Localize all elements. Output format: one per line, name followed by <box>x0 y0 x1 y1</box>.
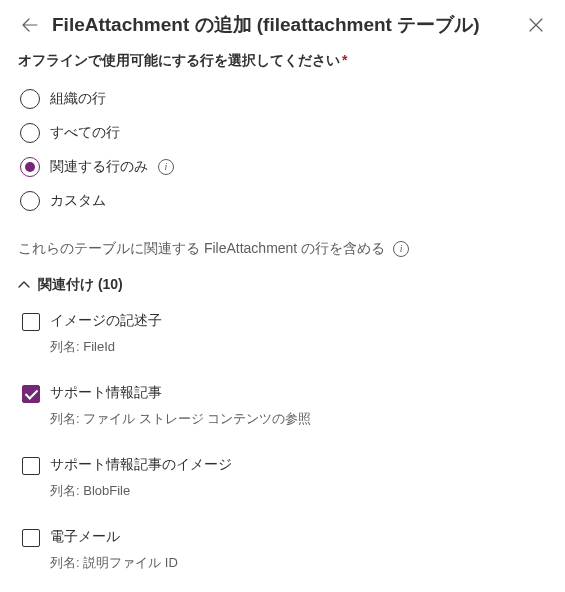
list-item: 電子メール 列名: 説明ファイル ID <box>22 528 547 572</box>
radio-related-rows[interactable]: 関連する行のみ i <box>20 150 547 184</box>
panel-title: FileAttachment の追加 (fileattachment テーブル) <box>52 12 515 38</box>
info-icon[interactable]: i <box>158 159 174 175</box>
radio-icon <box>20 89 40 109</box>
checkbox[interactable] <box>22 457 40 475</box>
relationships-list: イメージの記述子 列名: FileId サポート情報記事 列名: ファイル スト… <box>22 312 547 572</box>
radio-icon <box>20 123 40 143</box>
radio-label: 組織の行 <box>50 90 106 108</box>
list-item-column: 列名: ファイル ストレージ コンテンツの参照 <box>50 410 311 428</box>
list-item: サポート情報記事 列名: ファイル ストレージ コンテンツの参照 <box>22 384 547 428</box>
checkbox[interactable] <box>22 529 40 547</box>
list-item-column: 列名: FileId <box>50 338 162 356</box>
chevron-up-icon <box>18 279 30 291</box>
radio-icon <box>20 157 40 177</box>
arrow-left-icon <box>22 17 38 33</box>
checkbox[interactable] <box>22 385 40 403</box>
close-button[interactable] <box>525 14 547 36</box>
radio-label: すべての行 <box>50 124 120 142</box>
relationships-section-label: 関連付け (10) <box>38 276 123 294</box>
list-item-title: サポート情報記事 <box>50 384 311 402</box>
back-button[interactable] <box>18 13 42 37</box>
list-item-column: 列名: BlobFile <box>50 482 232 500</box>
relationships-section-toggle[interactable]: 関連付け (10) <box>18 276 547 294</box>
radio-org-rows[interactable]: 組織の行 <box>20 82 547 116</box>
radio-label: カスタム <box>50 192 106 210</box>
instruction-text: オフラインで使用可能にする行を選択してください* <box>18 52 547 70</box>
instruction-label: オフラインで使用可能にする行を選択してください <box>18 52 340 68</box>
checkbox[interactable] <box>22 313 40 331</box>
radio-icon <box>20 191 40 211</box>
radio-label: 関連する行のみ <box>50 158 148 176</box>
required-asterisk: * <box>342 52 347 68</box>
related-tables-hint-text: これらのテーブルに関連する FileAttachment の行を含める <box>18 240 385 258</box>
list-item-column: 列名: 説明ファイル ID <box>50 554 178 572</box>
info-icon[interactable]: i <box>393 241 409 257</box>
close-icon <box>529 18 543 32</box>
list-item: サポート情報記事のイメージ 列名: BlobFile <box>22 456 547 500</box>
list-item: イメージの記述子 列名: FileId <box>22 312 547 356</box>
radio-custom[interactable]: カスタム <box>20 184 547 218</box>
list-item-title: サポート情報記事のイメージ <box>50 456 232 474</box>
list-item-title: 電子メール <box>50 528 178 546</box>
related-tables-hint: これらのテーブルに関連する FileAttachment の行を含める i <box>18 240 547 258</box>
row-scope-radio-group: 組織の行 すべての行 関連する行のみ i カスタム <box>20 82 547 218</box>
list-item-title: イメージの記述子 <box>50 312 162 330</box>
radio-all-rows[interactable]: すべての行 <box>20 116 547 150</box>
